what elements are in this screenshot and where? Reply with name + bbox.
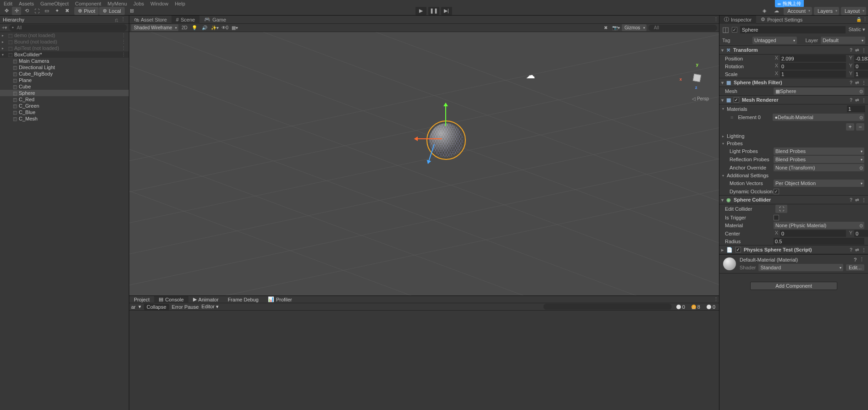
preset-icon[interactable]: ⇄ [855, 98, 859, 103]
trigger-checkbox[interactable] [774, 215, 779, 220]
drag-handle-icon[interactable]: ≡ [730, 115, 733, 120]
menu-jobs[interactable]: Jobs [133, 1, 144, 6]
help-icon[interactable]: ? [850, 80, 852, 85]
remove-material-button[interactable]: − [856, 123, 864, 131]
tab-scene[interactable]: #Scene [171, 16, 199, 24]
snap-tool[interactable]: ⊞ [127, 7, 137, 15]
tab-inspector[interactable]: ⓘInspector [719, 16, 756, 24]
additional-foldout[interactable]: Additional Settings [727, 173, 768, 178]
picker-icon[interactable]: ⊙ [859, 89, 863, 94]
orient-cube[interactable] [693, 74, 702, 82]
renderer-enabled[interactable]: ✓ [734, 97, 739, 103]
sphere-object[interactable] [426, 120, 466, 160]
rot-x[interactable] [780, 63, 846, 70]
lighting-foldout[interactable]: Lighting [727, 133, 745, 139]
tab-console[interactable]: ▤Console [154, 296, 188, 303]
center-y[interactable] [854, 230, 868, 237]
tab-project-settings[interactable]: ⚙Project Settings [756, 16, 807, 24]
tag-dropdown[interactable]: Untagged [752, 37, 797, 44]
occlusion-checkbox[interactable]: ✓ [774, 189, 779, 194]
layer-dropdown[interactable]: Default [821, 37, 865, 44]
orientation-gizmo[interactable]: y x z [683, 64, 711, 92]
help-icon[interactable]: ? [850, 48, 852, 53]
scene-item[interactable]: ▸⬚demo (not loaded)⋮ [0, 32, 129, 38]
warn-count[interactable]: ⚠8 [690, 304, 702, 310]
scene-search[interactable] [648, 25, 717, 31]
tab-game[interactable]: 🎮Game [199, 16, 231, 24]
gameobject-item[interactable]: ◫C_Mesh [0, 115, 129, 122]
scene-item[interactable]: ▸⬚Bound (not loaded)⋮ [0, 38, 129, 45]
transform-header[interactable]: ▾⤧ Transform ?⇄⋮ [719, 45, 868, 55]
audio-toggle-icon[interactable]: 🔊 [200, 24, 209, 31]
scale-y[interactable] [854, 71, 868, 77]
rect-tool[interactable]: ▭ [42, 7, 51, 15]
move-tool[interactable]: ✢ [12, 7, 21, 15]
pos-y[interactable] [854, 55, 868, 62]
script-header[interactable]: ▸📄 ✓ Physics Sphere Test (Script) ?⇄⋮ [719, 245, 868, 254]
menu-icon[interactable]: ⋮ [862, 80, 866, 85]
picker-icon[interactable]: ⊙ [859, 223, 863, 228]
add-material-button[interactable]: + [846, 123, 854, 131]
object-name-field[interactable] [740, 26, 846, 33]
rot-y[interactable] [854, 63, 868, 70]
layers-dropdown[interactable]: Layers [814, 7, 839, 15]
center-x[interactable] [780, 230, 846, 237]
gameobject-item[interactable]: ◫Cube [0, 83, 129, 90]
shader-dropdown[interactable]: Standard [758, 264, 843, 271]
meshfilter-header[interactable]: ▾▦ Sphere (Mesh Filter) ?⇄⋮ [719, 78, 868, 87]
tab-project[interactable]: Project [129, 296, 154, 303]
add-component-button[interactable]: Add Component [750, 282, 837, 290]
account-dropdown[interactable]: Account [784, 7, 812, 15]
edit-material-button[interactable]: Edit... [846, 264, 864, 271]
gizmo-y-axis[interactable] [445, 103, 446, 126]
camera-toggle-icon[interactable]: ▦▾ [231, 24, 239, 31]
scale-tool[interactable]: ⛶ [32, 7, 41, 15]
fx-toggle-icon[interactable]: ✨▾ [210, 24, 219, 31]
shading-dropdown[interactable]: Shaded Wireframe [131, 24, 178, 31]
upload-overlay[interactable]: ∞ 拖拽上传 [775, 0, 804, 7]
gameobject-item[interactable]: ◫C_Red [0, 96, 129, 103]
collab-icon[interactable]: ◈ [760, 7, 769, 15]
pivot-toggle[interactable]: ⊕Pivot [74, 7, 99, 15]
lock-icon[interactable]: 🔒 [856, 17, 862, 22]
inspector-menu-icon[interactable]: ⋮ [862, 16, 868, 22]
gameobject-item-selected[interactable]: ◫Sphere [0, 90, 129, 96]
menu-component[interactable]: Component [75, 1, 101, 6]
clear-button[interactable]: ar [131, 304, 136, 310]
motion-dropdown[interactable]: Per Object Motion [774, 180, 864, 187]
probes-foldout[interactable]: Probes [727, 141, 743, 146]
menu-gameobject[interactable]: GameObject [40, 1, 69, 6]
help-icon[interactable]: ? [850, 247, 852, 252]
camera-icon[interactable]: 📷▾ [612, 24, 620, 31]
collapse-toggle[interactable]: Collapse [144, 304, 169, 310]
pos-x[interactable] [780, 55, 846, 62]
menu-assets[interactable]: Assets [19, 1, 34, 6]
preset-icon[interactable]: ⇄ [855, 80, 859, 85]
step-button[interactable]: ▶| [441, 7, 452, 15]
menu-icon[interactable]: ⋮ [862, 247, 866, 252]
tools-icon[interactable]: ✖ [602, 24, 610, 31]
tab-menu-icon[interactable]: ⋮ [713, 16, 719, 22]
gameobject-item[interactable]: ◫Plane [0, 77, 129, 83]
tab-asset-store[interactable]: 🛍Asset Store [129, 16, 171, 24]
active-checkbox[interactable]: ✓ [732, 27, 737, 33]
menu-window[interactable]: Window [150, 1, 168, 6]
radius-field[interactable] [774, 238, 864, 245]
info-count[interactable]: 0 [674, 304, 687, 310]
edit-collider-button[interactable]: ⛶ [775, 205, 787, 213]
tab-frame-debug[interactable]: Frame Debug [223, 296, 263, 303]
mesh-field[interactable]: ▦ Sphere⊙ [774, 87, 864, 95]
collider-header[interactable]: ▾◉ Sphere Collider ?⇄⋮ [719, 195, 868, 204]
preset-icon[interactable]: ⇄ [855, 48, 859, 53]
rotate-tool[interactable]: ⟲ [22, 7, 31, 15]
console-search[interactable] [543, 304, 672, 310]
scene-item[interactable]: ▸⬚ApiTest (not loaded)⋮ [0, 45, 129, 51]
layout-dropdown[interactable]: Layout [841, 7, 866, 15]
perspective-label[interactable]: ◁ Persp [692, 96, 709, 101]
materials-count[interactable] [847, 105, 865, 112]
menu-icon[interactable]: ⋮ [862, 48, 866, 53]
preset-icon[interactable]: ⇄ [855, 247, 859, 252]
hierarchy-lock-icon[interactable]: ⎌ [113, 17, 120, 22]
gameobject-item[interactable]: ◫C_Blue [0, 109, 129, 115]
menu-edit[interactable]: Edit [4, 1, 12, 6]
